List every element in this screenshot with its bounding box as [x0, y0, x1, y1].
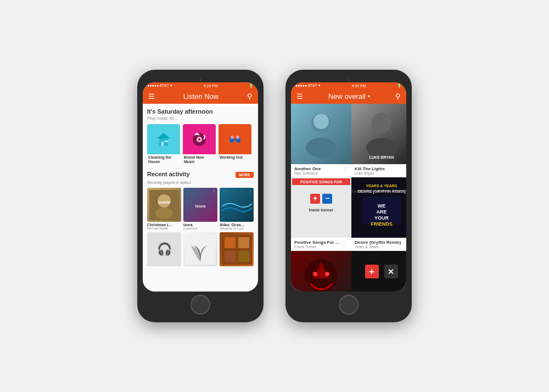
svg-text:LUKE BRYAN: LUKE BRYAN — [369, 155, 394, 159]
album-artist-atlas: Sleeping At Last — [220, 227, 254, 230]
svg-text:FRIENDS: FRIENDS — [371, 221, 393, 227]
phone2-title-group[interactable]: New overall ▾ — [328, 92, 370, 100]
recent-activity-subtitle: Recently played or added — [147, 181, 254, 184]
cover-friends: + ✕ — [351, 251, 406, 292]
svg-rect-18 — [186, 234, 216, 265]
new-album-info-desire: Desire (Gryffin Remix) Years & Years ⋮ — [351, 238, 406, 251]
new-album-disturbed[interactable] — [291, 251, 351, 292]
album-grid: bublé ⋮ Christmas (… Michael Bublé — [147, 188, 254, 267]
mood-card-workout[interactable]: Working Out — [219, 124, 251, 165]
svg-rect-2 — [161, 142, 164, 146]
svg-point-10 — [236, 136, 239, 139]
album-item-ixora[interactable]: Ixora ⋮ Ixora Copeland — [183, 188, 217, 230]
phone2-status-icons: 🔋 — [397, 83, 402, 88]
album-item-atlas[interactable]: ⋮ Atlas: Ocea… Sleeping At Last — [220, 188, 254, 230]
phone1-search-icon[interactable]: ⚲ — [247, 92, 253, 100]
svg-point-29 — [372, 113, 391, 133]
svg-text:−: − — [325, 194, 329, 203]
svg-text:YEARS & YEARS: YEARS & YEARS — [366, 184, 397, 188]
phone1-home-button[interactable] — [191, 295, 210, 315]
phone2-top-bezel: ● — [291, 75, 406, 82]
new-album-more-kill-lights[interactable]: ⋮ — [403, 166, 406, 172]
phone-1: ● ●●●●● AT&T ▾ 4:29 PM 🔋 ☰ Listen Now ⚲ … — [137, 70, 264, 322]
mood-cleaning-label: Cleaning the House — [147, 154, 180, 165]
phone1-carrier: ●●●●● AT&T ▾ — [147, 83, 172, 88]
svg-point-9 — [231, 136, 234, 139]
album-more-atlas[interactable]: ⋮ — [248, 189, 253, 194]
svg-text:+: + — [313, 194, 317, 203]
svg-text:frank turner: frank turner — [309, 208, 334, 212]
phone2-content: Another One Mac DeMarco ⋮ — [291, 104, 406, 292]
phone1-status-icons: 🔋 — [249, 83, 254, 88]
phone2-home-button[interactable] — [339, 295, 358, 315]
phone1-status-bar: ●●●●● AT&T ▾ 4:29 PM 🔋 — [143, 82, 258, 89]
svg-point-52 — [325, 272, 329, 276]
recent-activity-header: Recent activity MORE — [147, 171, 254, 178]
svg-point-51 — [313, 272, 317, 276]
album-item-unknown[interactable]: 🎧 — [147, 232, 181, 267]
phone1-top-bezel: ● — [143, 75, 258, 82]
album-item-abstract[interactable] — [220, 232, 254, 267]
mood-cleaning-icon — [147, 124, 180, 154]
new-album-another-one[interactable]: Another One Mac DeMarco ⋮ — [291, 104, 351, 177]
svg-text:+: + — [369, 267, 374, 276]
svg-point-27 — [313, 114, 329, 129]
svg-text:YOUR: YOUR — [374, 215, 389, 221]
new-album-more-positive[interactable]: ⋮ — [343, 240, 348, 246]
phone-2: ● ●●●●● AT&T ▾ 4:30 PM 🔋 ☰ New overall ▾… — [285, 70, 412, 322]
context-title: It's Saturday afternoon — [147, 108, 254, 115]
mood-brand-label: Brand New Music — [183, 154, 216, 165]
svg-point-6 — [198, 138, 200, 141]
mood-workout-icon — [219, 124, 251, 154]
cover-disturbed — [291, 251, 351, 292]
phone2-menu-icon[interactable]: ☰ — [296, 92, 303, 100]
mood-card-brand-new[interactable]: Brand New Music — [183, 124, 216, 165]
new-album-kill-lights[interactable]: LUKE BRYAN Kill The Lights Luke Bryan ⋮ — [351, 104, 406, 177]
mood-workout-label: Working Out — [219, 154, 251, 160]
svg-text:bublé: bublé — [158, 200, 170, 205]
svg-text:POSITIVE SONGS FOR: POSITIVE SONGS FOR — [300, 180, 342, 184]
phone1-app-header: ☰ Listen Now ⚲ — [143, 89, 258, 104]
album-thumb-abstract — [220, 232, 254, 266]
new-album-positive[interactable]: POSITIVE SONGS FOR + − frank turner Posi… — [291, 177, 351, 251]
new-album-friends[interactable]: + ✕ — [351, 251, 406, 292]
phone1-content: It's Saturday afternoon Play music for..… — [143, 104, 258, 292]
album-title-ixora: Ixora — [183, 223, 217, 227]
album-more-ixora[interactable]: ⋮ — [212, 189, 216, 194]
svg-rect-21 — [238, 237, 249, 248]
svg-marker-1 — [157, 133, 170, 138]
new-album-info-another-one: Another One Mac DeMarco ⋮ — [291, 164, 351, 177]
phone1-menu-icon[interactable]: ☰ — [148, 92, 155, 100]
phone1-screen: ●●●●● AT&T ▾ 4:29 PM 🔋 ☰ Listen Now ⚲ It… — [143, 82, 258, 292]
svg-text:MUSIC FROM THE ORIGINAL MOTION: MUSIC FROM THE ORIGINAL MOTION PICTURE — [351, 190, 406, 193]
new-album-artist-another-one: Mac DeMarco — [294, 171, 321, 175]
svg-rect-23 — [238, 251, 249, 262]
phone1-time: 4:29 PM — [203, 84, 217, 88]
phone2-search-icon[interactable]: ⚲ — [395, 92, 401, 100]
album-more-christmas[interactable]: ⋮ — [176, 189, 180, 194]
new-album-info-kill-lights: Kill The Lights Luke Bryan ⋮ — [351, 164, 406, 177]
album-item-christmas[interactable]: bublé ⋮ Christmas (… Michael Bublé — [147, 188, 181, 230]
new-album-more-another-one[interactable]: ⋮ — [343, 166, 348, 172]
new-album-artist-kill-lights: Luke Bryan — [355, 171, 385, 175]
new-album-more-desire[interactable]: ⋮ — [403, 240, 406, 246]
cover-desire: YEARS & YEARS DESIRE [GRYFFIN REMIX] WE … — [351, 177, 406, 238]
album-thumb-plant — [183, 232, 217, 266]
svg-point-26 — [306, 138, 337, 158]
album-item-plant[interactable] — [183, 232, 217, 267]
new-album-desire[interactable]: YEARS & YEARS DESIRE [GRYFFIN REMIX] WE … — [351, 177, 406, 251]
mood-card-cleaning[interactable]: Cleaning the House — [147, 124, 180, 165]
svg-point-13 — [155, 208, 173, 219]
mood-cards-container: Cleaning the House — [147, 124, 254, 165]
more-button[interactable]: MORE — [236, 172, 254, 178]
svg-point-30 — [366, 138, 397, 158]
album-thumb-unknown: 🎧 — [147, 232, 181, 266]
recent-activity-title: Recent activity — [147, 171, 190, 177]
svg-rect-8 — [233, 139, 237, 140]
svg-point-7 — [196, 133, 198, 135]
phone2-time: 4:30 PM — [351, 84, 366, 88]
mood-brand-icon — [183, 124, 216, 154]
phone2-app-header: ☰ New overall ▾ ⚲ — [291, 89, 406, 104]
album-title-atlas: Atlas: Ocea… — [220, 223, 254, 227]
cover-kill-lights: LUKE BRYAN — [351, 104, 406, 164]
